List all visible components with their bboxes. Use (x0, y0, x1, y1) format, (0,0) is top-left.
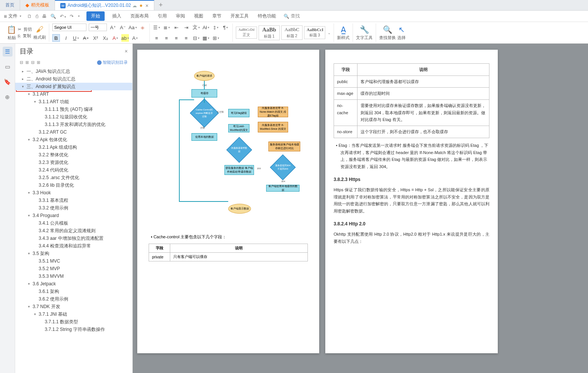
style-h1[interactable]: AaBb标题 1 (259, 25, 280, 40)
font-effect-button[interactable]: A▾ (131, 34, 139, 42)
tree-item[interactable]: •3.2.3 资源优化 (15, 159, 132, 166)
borders-button[interactable]: ⊞▾ (212, 34, 220, 42)
tree-item[interactable]: •3.5.2 MVP (15, 265, 132, 272)
paste-button[interactable]: 📋 粘贴 (7, 25, 16, 41)
align-justify[interactable]: ≡ (182, 34, 190, 42)
styles-more[interactable]: ⌄ (328, 31, 331, 35)
close-icon[interactable]: × (145, 3, 148, 9)
select-button[interactable]: ↖选择 (397, 25, 406, 41)
tree-item[interactable]: ▸一、JAVA 知识点汇总 (15, 68, 132, 75)
tree-item[interactable]: •3.5.1 MVC (15, 257, 132, 265)
menu-section[interactable]: 章节 (211, 11, 223, 21)
tree-item[interactable]: ▾3.5 架构 (15, 250, 132, 257)
outline-rail-icon[interactable]: ☰ (3, 47, 13, 57)
menu-dev[interactable]: 开发工具 (229, 11, 250, 21)
style-normal[interactable]: AaBbCcDd正文 (236, 27, 257, 39)
superscript-button[interactable]: X² (92, 34, 99, 42)
tree-item[interactable]: •3.1.1.1 预先 (AOT) 编译 (15, 105, 132, 113)
tree-item[interactable]: ▾3.3 Hook (15, 189, 132, 197)
tree-item[interactable]: ▾3.7 NDK 开发 (15, 303, 132, 310)
tree-item[interactable]: ▾3.4 Proguard (15, 212, 132, 219)
menu-feature[interactable]: 特色功能 (256, 11, 278, 21)
menu-search[interactable]: 🔍 查找 (284, 13, 300, 19)
tree-item[interactable]: •3.4.4 检查混淆和追踪异常 (15, 242, 132, 250)
tree-item[interactable]: ▾三、Android 扩展知识点 (15, 83, 132, 90)
clear-format[interactable]: ◈ (139, 24, 146, 31)
decrease-indent[interactable]: ⇤ (172, 24, 180, 31)
outline-close-icon[interactable]: × (125, 48, 128, 54)
expand-all-icon[interactable]: ⊞ (25, 60, 29, 65)
bookmark-rail-icon[interactable]: 🔖 (3, 77, 13, 87)
tree-item[interactable]: •3.3.1 基本流程 (15, 197, 132, 204)
tree-item[interactable]: •3.2.2 整体优化 (15, 151, 132, 159)
align-right[interactable]: ≡ (172, 34, 180, 42)
tree-item[interactable]: •3.6.1 架构 (15, 288, 132, 295)
format-painter[interactable]: 🖌 格式刷 (33, 25, 46, 40)
tree-item[interactable]: •3.2.1 Apk 组成结构 (15, 143, 132, 151)
level-down-icon[interactable]: ⊞ (37, 60, 40, 65)
menu-insert[interactable]: 插入 (111, 11, 123, 21)
shading-button[interactable]: ▦▾ (202, 34, 210, 42)
copy-button[interactable]: ⎘复制 (18, 33, 32, 39)
font-name-select[interactable] (52, 24, 86, 31)
tree-item[interactable]: •3.2.5 .arsc 文件优化 (15, 174, 132, 181)
zoom-rail-icon[interactable]: ⊕ (3, 92, 13, 102)
tree-item[interactable]: •3.1.1.2 垃圾回收优化 (15, 113, 132, 121)
text-direction[interactable]: 文▾ (192, 24, 200, 31)
undo-icon[interactable]: ↶▾ (60, 14, 66, 19)
tab-template[interactable]: ◆稻壳模板 (20, 0, 55, 10)
tree-item[interactable]: ▾3.7.1 JNI 基础 (15, 310, 132, 318)
tree-item[interactable]: •3.7.1.2 String 字符串函数操作 (15, 326, 132, 333)
level-up-icon[interactable]: ⊟ (31, 60, 34, 65)
menu-reference[interactable]: 引用 (156, 11, 168, 21)
tree-item[interactable]: •3.1.2 ART GC (15, 128, 132, 136)
font-color-button[interactable]: A▾ (111, 34, 119, 42)
tree-item[interactable]: ▾3.6 Jetpack (15, 280, 132, 288)
print-icon[interactable]: 🖶 (42, 14, 47, 19)
italic-button[interactable]: I (62, 34, 70, 42)
tree-item[interactable]: ▾3.1 ART (15, 90, 132, 98)
tab-home[interactable]: 首页 (0, 0, 20, 10)
open-icon[interactable]: ⎙ (36, 14, 38, 19)
change-case[interactable]: Aa▾ (129, 24, 136, 31)
tree-item[interactable]: ▾3.2 Apk 包体优化 (15, 136, 132, 143)
align-center[interactable]: ≡ (163, 34, 170, 42)
linespacing-button[interactable]: ‡▾ (212, 24, 220, 31)
decrease-font[interactable]: A⁻ (119, 24, 127, 31)
showmarks-button[interactable]: ¶▾ (222, 24, 229, 31)
tree-item[interactable]: ▾3.1.1 ART 功能 (15, 98, 132, 105)
strike-button[interactable]: A▾ (82, 34, 89, 42)
tab-document[interactable]: W Android核心知识...V2020.01.02 ☁ × (55, 0, 154, 10)
tree-item[interactable]: •3.6.2 使用示例 (15, 295, 132, 303)
subscript-button[interactable]: X₂ (102, 34, 109, 42)
sort-button[interactable]: Ał▾ (202, 24, 210, 31)
new-icon[interactable]: 🗋 (27, 14, 32, 19)
underline-button[interactable]: U▾ (72, 34, 80, 42)
tree-item[interactable]: •3.2.4 代码优化 (15, 166, 132, 174)
style-h3[interactable]: AaBbCcI标题 3 (304, 26, 325, 39)
style-h2[interactable]: AaBbC标题 2 (281, 25, 303, 40)
menu-page-layout[interactable]: 页面布局 (129, 11, 150, 21)
tree-item[interactable]: •3.1.1.3 开发和调试方面的优化 (15, 121, 132, 128)
tree-item[interactable]: •3.3.2 使用示例 (15, 204, 132, 212)
tree-item[interactable]: •3.7.1.1 数据类型 (15, 318, 132, 326)
tree-item[interactable]: •3.4.2 常用的自定义混淆规则 (15, 227, 132, 235)
numbering-button[interactable]: ≣▾ (163, 24, 170, 31)
distributed[interactable]: ⊟▾ (192, 34, 200, 42)
document-canvas[interactable]: 客户端的请求 Get 有缓存 Cache-Control的expires 判断是… (133, 44, 588, 373)
bold-button[interactable]: B (52, 34, 60, 42)
hamburger-icon[interactable]: ≡ (4, 13, 7, 19)
increase-font[interactable]: A⁺ (109, 24, 117, 31)
collapse-all-icon[interactable]: ⊟ (20, 60, 23, 65)
cut-button[interactable]: ✂剪切 (18, 27, 32, 32)
menu-view[interactable]: 视图 (193, 11, 205, 21)
font-size-select[interactable] (89, 24, 107, 31)
smart-toc-link[interactable]: 智能识别目录 (97, 60, 128, 65)
increase-indent[interactable]: ⇥ (182, 24, 190, 31)
tab-add-button[interactable]: + (154, 1, 168, 9)
new-style-button[interactable]: A̲新样式 (337, 25, 350, 41)
bullets-button[interactable]: ☰▾ (153, 24, 160, 31)
menu-review[interactable]: 审阅 (174, 11, 187, 21)
tree-item[interactable]: •3.2.6 lib 目录优化 (15, 181, 132, 189)
tree-item[interactable]: •3.4.1 公共模板 (15, 219, 132, 227)
